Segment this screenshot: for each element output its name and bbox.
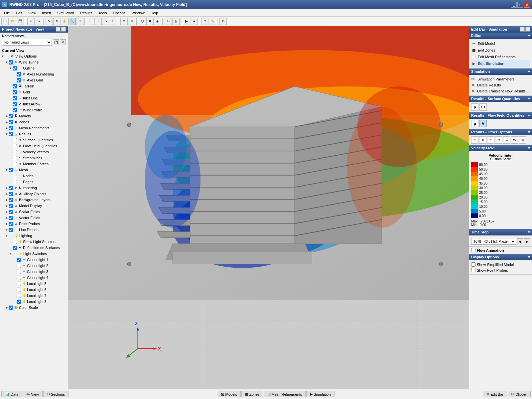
cp-surface-btn[interactable]: Cs	[479, 103, 487, 111]
tree-item-local-light-8[interactable]: 💡Local light 8	[0, 299, 68, 305]
tb-zoom-fit[interactable]: ⊡	[76, 18, 83, 25]
tree-item-global-light-1[interactable]: ☀Global light 1	[0, 257, 68, 263]
tb-view-side[interactable]: S	[102, 18, 109, 25]
flow-animation-checkbox[interactable]	[471, 248, 475, 252]
tree-item-outline[interactable]: ▼▭Outline	[0, 65, 68, 71]
tree-item-flow-field-quantities[interactable]: ≋Flow Field Quantities	[0, 143, 68, 149]
other-btn-5[interactable]: ∞	[503, 136, 510, 144]
tb-render-shade[interactable]: ◈	[154, 18, 161, 25]
tree-check-edges[interactable]	[13, 180, 17, 184]
time-step-select[interactable]: T078 - 43.51 [s], Master	[471, 238, 516, 245]
tree-check-inlet-arrow[interactable]	[13, 102, 17, 106]
tree-check-show-light-sources[interactable]	[13, 240, 17, 244]
tb-probe[interactable]: ⊙	[201, 18, 208, 25]
pressure-surface-btn[interactable]: p	[471, 103, 478, 111]
menu-simulation[interactable]: Simulation	[55, 10, 77, 16]
tb-redo[interactable]: ↪	[35, 18, 42, 25]
other-btn-1[interactable]: ≡	[471, 136, 478, 144]
tb-settings[interactable]: ⚙	[219, 18, 227, 25]
v-flow-btn[interactable]: V	[479, 120, 487, 127]
tree-item-velocity-vectors[interactable]: →Velocity Vectors	[0, 149, 68, 155]
p-flow-btn[interactable]: p	[471, 120, 478, 127]
simulation-tab[interactable]: ▶ Simulation	[306, 391, 334, 397]
delete-view-btn[interactable]: ✕	[60, 39, 66, 45]
tree-check-global-light-3[interactable]	[17, 270, 21, 274]
models-tab[interactable]: 🏗 Models	[217, 391, 240, 397]
tb-view-front[interactable]: F	[87, 18, 94, 25]
tb-select[interactable]: ↖	[46, 18, 53, 25]
tree-item-mesh[interactable]: ▼⊞Mesh	[0, 167, 68, 173]
menu-options[interactable]: Options	[110, 10, 128, 16]
tree-item-local-light-5[interactable]: 💡Local light 5	[0, 281, 68, 287]
tree-check-nodes[interactable]	[13, 174, 17, 178]
delete-results-item[interactable]: ✕ Delete Results	[471, 82, 530, 88]
tree-item-scalar-fields[interactable]: ▶⊙Scalar Fields	[0, 209, 68, 215]
tree-check-color-scale[interactable]	[9, 306, 13, 310]
tb-measure[interactable]: 📏	[209, 18, 216, 25]
tree-check-point-probes[interactable]	[9, 222, 13, 226]
tree-check-models[interactable]	[9, 114, 13, 118]
menu-file[interactable]: File	[1, 10, 13, 16]
tree-item-line-probes[interactable]: ▼—Line Probes	[0, 227, 68, 233]
tree-check-reflection-on-surfaces[interactable]	[13, 246, 17, 250]
tree-check-local-light-5[interactable]	[17, 282, 21, 286]
maximize-btn[interactable]: □	[517, 2, 523, 8]
tree-item-inlet-line[interactable]: →Inlet Line	[0, 95, 68, 101]
menu-tools[interactable]: Tools	[96, 10, 110, 16]
tree-check-model-display[interactable]	[9, 204, 13, 208]
tb-playback[interactable]: ▶	[183, 18, 190, 25]
view-tab[interactable]: 👁 View	[23, 391, 43, 397]
tree-item-terrain[interactable]: 🏔Terrain	[0, 83, 68, 89]
tb-view-top[interactable]: T	[94, 18, 102, 25]
tb-stop[interactable]: ■	[191, 18, 198, 25]
tree-item-inlet-arrow[interactable]: ↗Inlet Arrow	[0, 101, 68, 107]
tb-section[interactable]: §	[172, 18, 180, 25]
tb-hide-sel[interactable]: ⊖	[128, 18, 135, 25]
tb-pan[interactable]: ✋	[61, 18, 68, 25]
show-point-probes-checkbox[interactable]	[471, 268, 475, 272]
edit-simulation-item[interactable]: ▶ Edit Simulation	[471, 60, 530, 67]
tree-check-axes-grid[interactable]	[17, 78, 21, 82]
tree-check-vector-fields[interactable]	[9, 216, 13, 220]
sim-params-item[interactable]: ⚙ Simulation Parameters...	[471, 76, 530, 82]
tree-check-auxiliary-objects[interactable]	[9, 192, 13, 196]
tree-item-color-scale[interactable]: ▶🎨Color Scale	[0, 305, 68, 311]
tree-item-surface-quantities[interactable]: ⊙Surface Quantities	[0, 137, 68, 143]
tree-check-local-light-7[interactable]	[17, 294, 21, 298]
mesh-refinements-tab[interactable]: ⊞ Mesh Refinements	[264, 391, 306, 397]
tree-item-reflection-on-surfaces[interactable]: ✦Reflection on Surfaces	[0, 245, 68, 251]
menu-window[interactable]: Window	[129, 10, 147, 16]
tree-item-global-light-4[interactable]: ☀Global light 4	[0, 275, 68, 281]
tree-item-lighting[interactable]: ▼💡Lighting	[0, 233, 68, 239]
tree-check-inlet-line[interactable]	[13, 96, 17, 100]
other-btn-4[interactable]: □	[495, 136, 502, 144]
other-btn-2[interactable]: ⊘	[479, 136, 486, 144]
ts-prev-btn[interactable]: ◀	[517, 238, 523, 244]
tree-item-wind-tunnel[interactable]: ▼🌬Wind Tunnel	[0, 59, 68, 65]
tree-check-terrain[interactable]	[13, 84, 17, 88]
tree-check-scalar-fields[interactable]	[9, 210, 13, 214]
menu-view[interactable]: View	[26, 10, 39, 16]
tree-check-member-forces[interactable]	[13, 162, 17, 166]
tb-undo[interactable]: ↩	[27, 18, 35, 25]
tree-check-outline[interactable]	[13, 66, 17, 70]
edit-zones-item[interactable]: ▦ Edit Zones	[471, 47, 530, 54]
tb-clip[interactable]: ✂	[165, 18, 172, 25]
tree-check-local-light-8[interactable]	[17, 300, 21, 304]
tree-item-view-options[interactable]: ▼⚙View Options	[0, 53, 68, 59]
tree-check-mesh-refinements[interactable]	[9, 126, 13, 130]
tb-new[interactable]: 📄	[1, 18, 9, 25]
delete-transient-item[interactable]: ✕ Delete Transient Flow Results...	[471, 88, 530, 94]
tree-check-zones[interactable]	[9, 120, 13, 124]
data-tab[interactable]: 📊 Data	[1, 391, 22, 397]
tree-check-line-probes[interactable]	[9, 228, 13, 232]
tree-item-nodes[interactable]: •Nodes	[0, 173, 68, 179]
tb-render-solid[interactable]: ⬢	[146, 18, 154, 25]
tree-check-flow-field-quantities[interactable]	[13, 144, 17, 148]
tree-item-axes-numbering[interactable]: #Axes Numbering	[0, 71, 68, 77]
panel-close-btn[interactable]: ✕	[61, 27, 66, 32]
tree-check-axes-numbering[interactable]	[17, 72, 21, 76]
tree-check-global-light-4[interactable]	[17, 276, 21, 280]
tree-item-zones[interactable]: ▶▦Zones	[0, 119, 68, 125]
edit-model-item[interactable]: ✏ Edit Model	[471, 40, 530, 47]
